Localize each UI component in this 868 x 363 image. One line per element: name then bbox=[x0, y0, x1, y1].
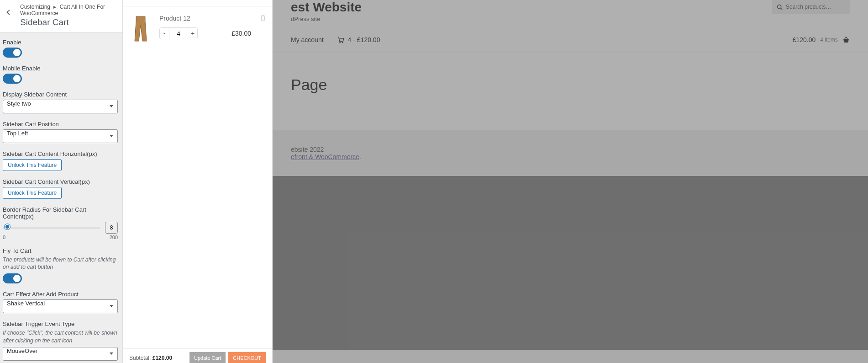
enable-toggle[interactable] bbox=[3, 48, 22, 58]
unlock-vertical-button[interactable]: Unlock This Feature bbox=[3, 187, 62, 199]
position-select[interactable]: Top Left bbox=[3, 129, 118, 143]
fly-desc: The products will be flown to Cart after… bbox=[3, 256, 118, 271]
cart-item: Product 12 - + £30.00 bbox=[129, 15, 266, 44]
svg-point-0 bbox=[778, 5, 781, 8]
cart-item-main: Product 12 - + £30.00 bbox=[159, 15, 251, 44]
position-label: Sidebar Cart Position bbox=[3, 121, 118, 128]
panel-body[interactable]: Enable Mobile Enable Display Sidebar Con… bbox=[0, 32, 122, 363]
page-title: Page bbox=[291, 76, 850, 94]
customizer-panel: Customizing ▸ Cart All In One For WooCom… bbox=[0, 0, 123, 363]
quantity-stepper: - + bbox=[159, 27, 198, 39]
vertical-label: Sidebar Cart Content Vertical(px) bbox=[3, 178, 118, 185]
panel-title: Sidebar Cart bbox=[20, 17, 117, 27]
checkout-button[interactable]: CHECKOUT bbox=[228, 352, 266, 363]
cart-footer: Subtotal: £120.00 Update Cart CHECKOUT bbox=[123, 348, 272, 363]
subtotal: Subtotal: £120.00 bbox=[129, 355, 172, 361]
subtotal-value: £120.00 bbox=[153, 355, 172, 361]
qty-input[interactable] bbox=[169, 27, 188, 39]
trash-icon bbox=[260, 15, 266, 21]
site-tagline: dPress site bbox=[291, 16, 362, 22]
radius-min: 0 bbox=[3, 235, 5, 240]
radius-slider[interactable] bbox=[3, 227, 100, 229]
effect-select[interactable]: Shake Vertical bbox=[3, 299, 118, 313]
remove-item-button[interactable] bbox=[260, 15, 266, 22]
radius-label: Border Radius For Sidebar Cart Content(p… bbox=[3, 206, 118, 220]
subtotal-label: Subtotal: bbox=[129, 355, 151, 361]
nav-cart-link[interactable]: 4 - £120.00 bbox=[337, 36, 380, 43]
search-icon bbox=[777, 4, 783, 10]
horizontal-label: Sidebar Cart Content Horizontal(px) bbox=[3, 150, 118, 157]
mobile-enable-toggle[interactable] bbox=[3, 74, 22, 84]
update-cart-button[interactable]: Update Cart bbox=[189, 352, 226, 363]
pants-icon bbox=[132, 16, 150, 43]
nav-items: 4 items bbox=[820, 37, 838, 43]
nav-my-account[interactable]: My account bbox=[291, 36, 324, 43]
cart-item-price: £30.00 bbox=[231, 30, 251, 37]
slider-thumb-icon[interactable] bbox=[5, 224, 10, 230]
cart-topbar bbox=[123, 0, 272, 6]
display-content-select[interactable]: Style two bbox=[3, 100, 118, 113]
qty-increase-button[interactable]: + bbox=[188, 27, 198, 39]
site-title[interactable]: est Website bbox=[291, 0, 362, 15]
basket-icon bbox=[842, 36, 850, 43]
nav-cart-summary[interactable]: £120.00 4 items bbox=[793, 36, 850, 43]
fly-label: Fly To Cart bbox=[3, 247, 118, 254]
svg-point-2 bbox=[339, 42, 340, 43]
display-content-label: Display Sidebar Content bbox=[3, 91, 118, 98]
site-footer: ebsite 2022 efront & WooCommerce. bbox=[273, 130, 868, 176]
back-button[interactable] bbox=[0, 0, 17, 25]
enable-label: Enable bbox=[3, 39, 118, 46]
breadcrumb-root: Customizing bbox=[20, 4, 50, 10]
nav-cart-text: 4 - £120.00 bbox=[348, 36, 380, 43]
sidebar-cart: Product 12 - + £30.00 Subto bbox=[123, 0, 273, 363]
unlock-horizontal-button[interactable]: Unlock This Feature bbox=[3, 159, 62, 171]
trigger-desc: If choose "Click", the cart content will… bbox=[3, 329, 118, 344]
trigger-select[interactable]: MouseOver bbox=[3, 347, 118, 361]
below-footer bbox=[273, 176, 868, 350]
breadcrumb: Customizing ▸ Cart All In One For WooCom… bbox=[20, 4, 117, 16]
svg-point-3 bbox=[342, 42, 343, 43]
nav-total: £120.00 bbox=[793, 36, 816, 43]
panel-header: Customizing ▸ Cart All In One For WooCom… bbox=[0, 0, 122, 32]
cart-icon bbox=[337, 37, 344, 43]
radius-value[interactable]: 8 bbox=[105, 222, 118, 234]
cart-item-title[interactable]: Product 12 bbox=[159, 15, 251, 22]
site-body: Page bbox=[273, 53, 868, 130]
mobile-enable-label: Mobile Enable bbox=[3, 65, 118, 72]
search-placeholder: Search products… bbox=[786, 4, 831, 10]
effect-label: Cart Effect After Add Product bbox=[3, 291, 118, 298]
footer-link[interactable]: efront & WooCommerce bbox=[291, 153, 359, 160]
svg-line-1 bbox=[781, 8, 782, 9]
fly-toggle[interactable] bbox=[3, 273, 22, 283]
trigger-label: Sidebar Trigger Event Type bbox=[3, 320, 118, 327]
breadcrumb-sep: ▸ bbox=[53, 4, 56, 10]
site-preview: est Website dPress site Search products…… bbox=[273, 0, 868, 363]
qty-decrease-button[interactable]: - bbox=[159, 27, 169, 39]
product-image bbox=[129, 15, 152, 44]
site-header: est Website dPress site Search products…… bbox=[273, 0, 868, 53]
cart-items: Product 12 - + £30.00 bbox=[123, 6, 272, 348]
radius-max: 200 bbox=[110, 235, 118, 240]
footer-copyright: ebsite 2022 bbox=[291, 146, 850, 153]
search-input[interactable]: Search products… bbox=[772, 0, 850, 14]
chevron-left-icon bbox=[5, 9, 12, 16]
